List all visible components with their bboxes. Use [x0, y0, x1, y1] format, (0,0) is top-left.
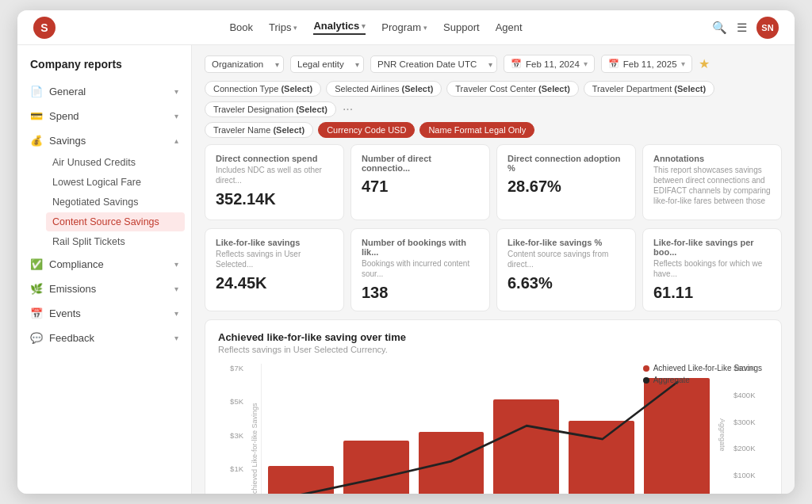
- y-right-300k: $300K: [733, 418, 755, 426]
- kpi-like-pct-value: 6.63%: [508, 274, 625, 292]
- kpi-adoption-pct-label: Direct connection adoption %: [508, 154, 625, 173]
- bar-sep-rect: [343, 441, 409, 494]
- legend-achieved-dot: [643, 365, 649, 372]
- date-to-chevron: ▾: [681, 59, 685, 68]
- kpi-direct-spend-label: Direct connection spend: [216, 154, 333, 163]
- nav-trips[interactable]: Trips ▾: [269, 21, 297, 33]
- sidebar-item-spend[interactable]: 💳Spend ▾: [17, 105, 191, 128]
- kpi-adoption-pct-value: 28.67%: [508, 178, 625, 196]
- sidebar-item-air-unused[interactable]: Air Unused Credits: [46, 153, 185, 172]
- sidebar-item-emissions[interactable]: 🌿Emissions ▾: [17, 277, 191, 300]
- bar-aug: [268, 364, 334, 494]
- chip-traveler-cost-center[interactable]: Traveler Cost Center (Select): [446, 81, 579, 97]
- bar-dec-rect: [569, 421, 634, 494]
- chart-section: Achieved like-for-like saving over time …: [205, 319, 782, 494]
- nav-agent[interactable]: Agent: [496, 21, 523, 33]
- savings-subitems: Air Unused Credits Lowest Logical Fare N…: [17, 153, 191, 251]
- kpi-direct-spend-value: 352.14K: [216, 190, 333, 208]
- bar-nov: [493, 364, 559, 494]
- sidebar-item-feedback[interactable]: 💬Feedback ▾: [17, 326, 191, 349]
- legend-aggregate-label: Aggregate: [653, 376, 690, 384]
- kpi-grid-row2: Like-for-like savings Reflects savings i…: [205, 228, 782, 311]
- nav-analytics[interactable]: Analytics ▾: [313, 20, 366, 35]
- nav-support[interactable]: Support: [443, 21, 480, 33]
- sidebar-item-lowest-fare[interactable]: Lowest Logical Fare: [46, 173, 185, 192]
- calendar-icon-2: 📅: [608, 59, 619, 69]
- kpi-annotations-sub: This report showcases savings between di…: [653, 165, 771, 206]
- sidebar-section-savings: 💰Savings ▴ Air Unused Credits Lowest Log…: [17, 129, 191, 251]
- chart-title: Achieved like-for-like saving over time: [218, 331, 768, 343]
- legal-entity-filter-wrap: Legal entity: [290, 55, 364, 73]
- filter-bar: Organization Legal entity PNR Creation D…: [205, 55, 782, 73]
- chip-traveler-designation[interactable]: Traveler Designation (Select): [205, 101, 336, 117]
- chip-name-format[interactable]: Name Format Legal Only: [419, 122, 534, 138]
- main-layout: Company reports 📄General ▾ 💳Spend ▾ 💰Sav…: [17, 45, 795, 494]
- sidebar-section-compliance: ✅Compliance ▾: [17, 253, 191, 276]
- kpi-num-connections: Number of direct connectio... 471: [350, 144, 490, 220]
- nav-book[interactable]: Book: [229, 21, 253, 33]
- sidebar-section-feedback: 💬Feedback ▾: [17, 326, 191, 349]
- organization-filter[interactable]: Organization: [205, 55, 284, 73]
- date-to-value: Feb 11, 2025: [623, 59, 677, 69]
- content-area: Organization Legal entity PNR Creation D…: [192, 45, 795, 494]
- kpi-like-pct-label: Like-for-like savings %: [508, 238, 625, 247]
- menu-icon[interactable]: ☰: [737, 21, 747, 35]
- kpi-annotations-label: Annotations: [653, 154, 771, 163]
- chip-currency-code[interactable]: Currency Code USD: [318, 122, 415, 138]
- pnr-filter-wrap: PNR Creation Date UTC: [370, 55, 497, 73]
- sidebar-item-compliance[interactable]: ✅Compliance ▾: [17, 253, 191, 276]
- legend-achieved-label: Achieved Like-for-Like Savings: [653, 364, 762, 372]
- kpi-like-per-booking: Like-for-like savings per boo... Reflect…: [642, 228, 782, 311]
- kpi-direct-spend: Direct connection spend Includes NDC as …: [205, 144, 344, 220]
- chip-traveler-name[interactable]: Traveler Name (Select): [205, 122, 313, 138]
- bar-aug-rect: [268, 466, 334, 494]
- sidebar-item-general[interactable]: 📄General ▾: [17, 80, 191, 103]
- chart-subtitle: Reflects savings in User Selected Curren…: [218, 345, 768, 354]
- nav-right: 🔍 ☰ SN: [712, 17, 779, 39]
- y-right-400k: $400K: [733, 391, 755, 399]
- legend-achieved: Achieved Like-for-Like Savings: [643, 364, 762, 372]
- kpi-like-per-booking-label: Like-for-like savings per boo...: [653, 238, 771, 257]
- sidebar-item-negotiated[interactable]: Negotiated Savings: [46, 193, 185, 212]
- date-from-chevron: ▾: [584, 59, 588, 68]
- y-right-200k: $200K: [733, 444, 755, 452]
- kpi-like-savings-value: 24.45K: [216, 274, 333, 292]
- kpi-like-savings: Like-for-like savings Reflects savings i…: [205, 228, 344, 311]
- sidebar-section-emissions: 🌿Emissions ▾: [17, 277, 191, 300]
- y-axis-left: $7K $5K $3K $1K $0: [218, 364, 248, 494]
- avatar[interactable]: SN: [756, 17, 779, 39]
- search-icon[interactable]: 🔍: [712, 21, 727, 35]
- y-left-1k: $1K: [230, 464, 243, 473]
- kpi-like-savings-label: Like-for-like savings: [216, 238, 333, 247]
- pnr-filter[interactable]: PNR Creation Date UTC: [370, 55, 497, 73]
- sidebar-item-savings[interactable]: 💰Savings ▴: [17, 129, 191, 152]
- date-to-filter[interactable]: 📅 Feb 11, 2025 ▾: [601, 55, 692, 73]
- bar-jan-rect: [644, 378, 710, 494]
- sidebar-item-events[interactable]: 📅Events ▾: [17, 302, 191, 325]
- org-filter-wrap: Organization: [205, 55, 284, 73]
- date-from-filter[interactable]: 📅 Feb 11, 2024 ▾: [504, 55, 595, 73]
- y-axis-left-label: Achieved Like-for-like Savings: [248, 364, 261, 494]
- chips-more-button[interactable]: ···: [343, 102, 353, 116]
- y-left-5k: $5K: [230, 397, 243, 406]
- legend-aggregate-dot: [643, 377, 649, 384]
- sidebar-title: Company reports: [17, 58, 191, 80]
- nav-program[interactable]: Program ▾: [381, 21, 427, 33]
- kpi-like-per-booking-value: 61.11: [653, 284, 771, 302]
- chip-traveler-department[interactable]: Traveler Department (Select): [584, 81, 714, 97]
- chip-connection-type[interactable]: Connection Type (Select): [205, 81, 321, 97]
- sidebar-section-spend: 💳Spend ▾: [17, 105, 191, 128]
- bar-dec: [569, 364, 634, 494]
- favorite-button[interactable]: ★: [699, 56, 710, 71]
- kpi-num-bookings-sub: Bookings with incurred content sour...: [362, 258, 479, 279]
- chart-legend: Achieved Like-for-Like Savings Aggregate: [643, 364, 762, 384]
- y-left-7k: $7K: [230, 364, 243, 372]
- calendar-icon: 📅: [511, 59, 522, 69]
- legal-entity-filter[interactable]: Legal entity: [290, 55, 364, 73]
- chip-selected-airlines[interactable]: Selected Airlines (Select): [326, 81, 442, 97]
- nav-links: Book Trips ▾ Analytics ▾ Program ▾ Suppo…: [40, 20, 712, 35]
- sidebar-item-content-source[interactable]: Content Source Savings: [46, 212, 185, 231]
- bar-sep: [343, 364, 409, 494]
- kpi-adoption-pct: Direct connection adoption % 28.67%: [496, 144, 636, 220]
- sidebar-item-rail-split[interactable]: Rail Split Tickets: [46, 232, 185, 251]
